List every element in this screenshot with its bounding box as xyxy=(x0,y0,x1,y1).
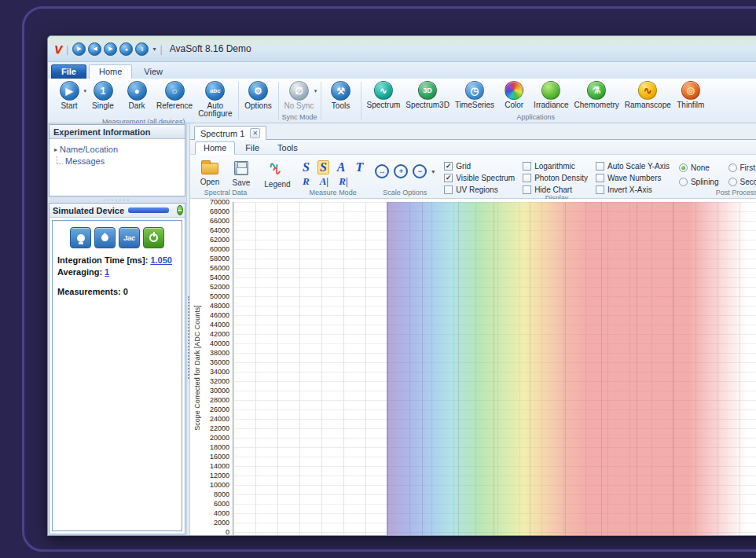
doc-tab-home[interactable]: Home xyxy=(195,141,235,155)
window-title: AvaSoft 8.16 Demo xyxy=(170,43,251,54)
dropdown-arrow-icon[interactable]: ▾ xyxy=(314,88,317,94)
display-column: Auto Scale Y-AxisWave NumbersInvert X-Ax… xyxy=(596,162,670,194)
separator: | xyxy=(160,43,162,55)
timeseries-button[interactable]: ◷TimeSeries xyxy=(453,81,497,109)
tab-label: Spectrum 1 xyxy=(200,129,244,138)
auto-configure-icon: abc xyxy=(205,81,225,101)
tab-file[interactable]: File xyxy=(51,64,86,79)
checkbox-photon-density[interactable]: Photon Density xyxy=(523,174,588,182)
jac-icon: Jac xyxy=(123,234,135,242)
radio-first-derivative[interactable]: First Derivative xyxy=(728,163,756,172)
checkbox-wave-numbers[interactable]: Wave Numbers xyxy=(596,174,670,182)
radio-none[interactable]: None xyxy=(679,163,719,172)
lamp-button[interactable] xyxy=(70,227,91,248)
checkbox-box xyxy=(523,162,531,171)
measure-mode-s[interactable]: S xyxy=(300,160,312,174)
measure-mode-r[interactable]: R xyxy=(300,175,312,187)
shutter-button[interactable] xyxy=(94,227,116,248)
display-group: ✓Grid✓Visible SpectrumUV RegionsLogarith… xyxy=(439,155,674,198)
spectrum3d-button[interactable]: 3DSpectrum3D xyxy=(403,81,452,109)
button-label: Tools xyxy=(332,102,350,110)
scale-option-buttons: ↔+−▾ xyxy=(375,158,435,178)
post-processing-column: First DerivativeSecond Derivative xyxy=(728,163,756,186)
y-tick-label: 58000 xyxy=(210,255,229,262)
field-value[interactable]: 1 xyxy=(105,267,109,277)
doc-tab-tools[interactable]: Tools xyxy=(270,142,306,154)
ramanscope-button[interactable]: ∿Ramanscope xyxy=(622,81,673,109)
measure-mode-buttons: SSATRA|R| xyxy=(300,158,365,187)
color-button[interactable]: Color xyxy=(497,81,530,109)
y-axis-label-strip: Scope Corrected for Dark [ADC Counts] xyxy=(192,200,203,535)
no-sync-button[interactable]: ∅ No Sync ▾ xyxy=(282,81,317,110)
tree-item-name-location[interactable]: ▸Name/Location xyxy=(54,144,180,156)
tab-view[interactable]: View xyxy=(134,65,172,79)
legend-button[interactable]: Legend xyxy=(264,158,291,189)
quick-access-dropdown-icon[interactable]: ▾ xyxy=(152,46,156,53)
quick-pause-button[interactable]: ‖ xyxy=(135,42,149,56)
options-button[interactable]: ⚙ Options xyxy=(242,81,275,110)
measure-mode-a[interactable]: A| xyxy=(317,175,332,187)
irradiance-button[interactable]: Irradiance xyxy=(531,81,571,109)
save-button[interactable]: Save xyxy=(228,158,255,187)
open-button[interactable]: Open xyxy=(196,158,223,186)
reference-button[interactable]: ○Reference xyxy=(154,81,195,110)
device-field-averaging: Averaging: 1 xyxy=(57,266,177,278)
ribbon-tab-bar: File Home View xyxy=(48,62,756,79)
checkbox-auto-scale-y-axis[interactable]: Auto Scale Y-Axis xyxy=(596,162,670,171)
checkbox-box xyxy=(596,185,604,194)
checkbox-invert-x-axis[interactable]: Invert X-Axis xyxy=(596,185,670,194)
tab-spectrum-1[interactable]: Spectrum 1 ✕ xyxy=(194,126,266,140)
zoom-extents-button[interactable]: ↔ xyxy=(375,164,389,178)
group-caption: Applications xyxy=(361,113,710,123)
measure-mode-s[interactable]: S xyxy=(317,160,329,174)
checkbox-grid[interactable]: ✓Grid xyxy=(444,162,515,171)
checkbox-visible-spectrum[interactable]: ✓Visible Spectrum xyxy=(444,174,515,182)
quick-start-button[interactable]: ▶ xyxy=(72,42,86,56)
radio-label: Second Derivative xyxy=(740,178,756,186)
quick-record-button[interactable]: ● xyxy=(119,42,133,56)
measure-mode-r[interactable]: R| xyxy=(336,175,350,187)
tree-item-messages[interactable]: Messages xyxy=(54,156,180,167)
dark-button[interactable]: ●Dark xyxy=(120,81,153,110)
panel-splitter[interactable]: ······· xyxy=(49,196,185,203)
spectrum-button[interactable]: ∿Spectrum xyxy=(365,81,403,109)
app-logo-icon: V xyxy=(54,42,62,56)
radio-second-derivative[interactable]: Second Derivative xyxy=(728,178,756,186)
auto-configure-button[interactable]: abcAuto Configure xyxy=(196,81,234,118)
zoom-out-button[interactable]: − xyxy=(413,164,427,178)
thinfilm-button[interactable]: ◎Thinfilm xyxy=(674,81,707,109)
y-tick-label: 10000 xyxy=(210,482,229,489)
checkbox-hide-chart[interactable]: Hide Chart xyxy=(523,185,588,194)
start-button[interactable]: ▶Start▾ xyxy=(53,81,86,110)
power-button[interactable] xyxy=(143,227,164,248)
sidebar-splitter[interactable] xyxy=(186,123,190,535)
field-value[interactable]: 1.050 xyxy=(150,255,172,265)
no-sync-icon: ∅ xyxy=(289,81,309,101)
measure-mode-t[interactable]: T xyxy=(353,160,365,174)
checkbox-uv-regions[interactable]: UV Regions xyxy=(444,185,515,194)
single-button[interactable]: 1Single xyxy=(86,81,119,110)
button-label: Spectrum3D xyxy=(406,101,450,109)
dropdown-arrow-icon[interactable]: ▾ xyxy=(431,168,435,175)
y-tick-label: 32000 xyxy=(210,378,229,385)
tree-expander-icon[interactable]: ▸ xyxy=(54,144,57,156)
quick-forward-button[interactable]: ▶ xyxy=(104,42,117,56)
document-tab-bar: Spectrum 1 ✕ xyxy=(190,123,756,140)
titlebar[interactable]: V | ▶◀▶●‖ ▾ | AvaSoft 8.16 Demo xyxy=(48,36,756,62)
measure-mode-a[interactable]: A xyxy=(335,160,348,174)
radio-label: First Derivative xyxy=(740,163,756,172)
chemometry-button[interactable]: ⚗Chemometry xyxy=(572,81,622,109)
zoom-in-button[interactable]: + xyxy=(394,164,408,178)
plot-area[interactable] xyxy=(233,202,756,535)
checkbox-logarithmic[interactable]: Logarithmic xyxy=(523,162,588,171)
collapse-panel-button[interactable]: − xyxy=(177,205,183,215)
document-area: Spectrum 1 ✕ Home File Tools Open xyxy=(190,123,756,535)
tab-home[interactable]: Home xyxy=(89,64,132,79)
close-tab-icon[interactable]: ✕ xyxy=(250,128,260,138)
y-tick-label: 34000 xyxy=(210,369,229,376)
auto-configure-device-button[interactable]: Jac xyxy=(119,227,140,248)
doc-tab-file[interactable]: File xyxy=(237,142,267,154)
radio-splining[interactable]: Splining xyxy=(679,178,719,186)
tools-button[interactable]: ⚒ Tools xyxy=(325,81,358,110)
quick-back-button[interactable]: ◀ xyxy=(88,42,101,56)
